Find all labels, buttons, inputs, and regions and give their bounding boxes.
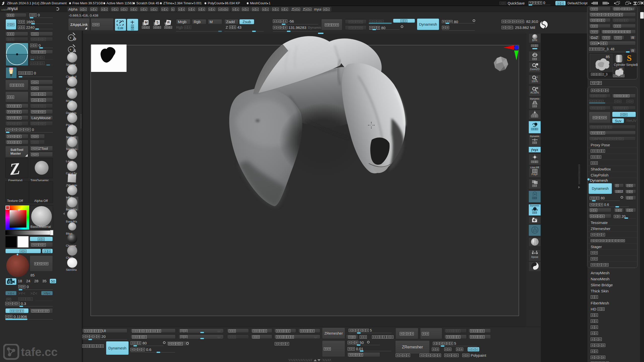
svg-text:S: S [627, 53, 632, 63]
svg-text:ƒxyz: ƒxyz [531, 148, 538, 152]
svg-text:Z: Z [9, 159, 21, 178]
svg-text:tafe.cc: tafe.cc [21, 345, 58, 358]
svg-text:x1: x1 [536, 76, 538, 78]
